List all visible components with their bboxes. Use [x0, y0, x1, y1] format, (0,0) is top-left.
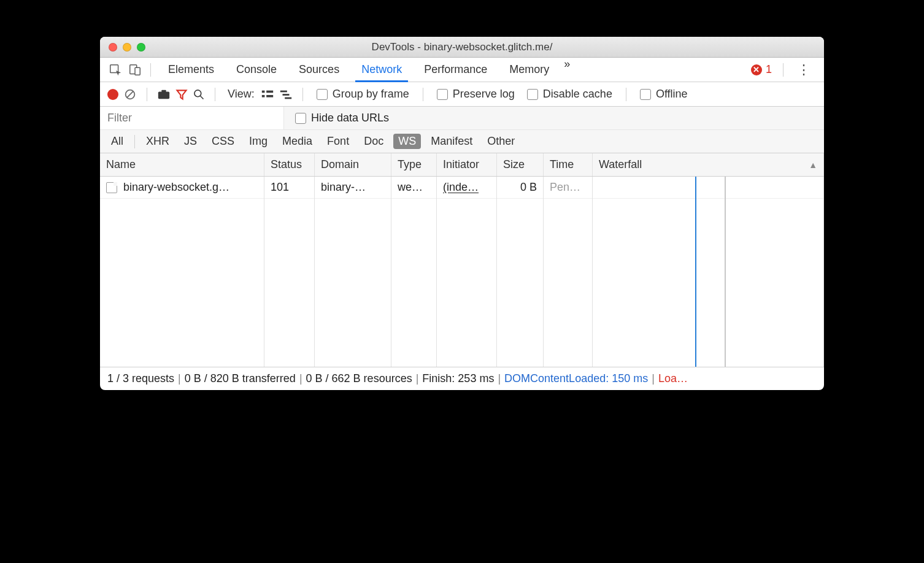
- col-name[interactable]: Name: [100, 153, 264, 176]
- tab-network[interactable]: Network: [350, 58, 413, 82]
- separator: [215, 88, 215, 101]
- view-label: View:: [228, 88, 255, 101]
- checkbox-icon: [640, 89, 651, 100]
- status-dcl: DOMContentLoaded: 150 ms: [504, 372, 648, 385]
- tab-elements[interactable]: Elements: [157, 58, 225, 82]
- cell-domain: binary-…: [315, 177, 391, 198]
- svg-rect-2: [135, 67, 140, 75]
- search-icon[interactable]: [193, 88, 205, 101]
- separator: |: [498, 372, 501, 385]
- close-window-button[interactable]: [109, 43, 117, 52]
- disable-cache-checkbox[interactable]: Disable cache: [523, 88, 616, 101]
- separator: |: [299, 372, 302, 385]
- cell-waterfall: [593, 177, 824, 198]
- status-resources: 0 B / 662 B resources: [306, 372, 412, 385]
- separator: [783, 63, 783, 77]
- status-finish: Finish: 253 ms: [422, 372, 494, 385]
- preserve-log-label: Preserve log: [453, 88, 515, 101]
- table-body[interactable]: binary-websocket.g… 101 binary-… we… (in…: [100, 177, 824, 367]
- separator: [423, 88, 423, 101]
- checkbox-icon: [527, 89, 538, 100]
- file-icon: [106, 182, 117, 193]
- checkbox-icon: [437, 89, 448, 100]
- type-all[interactable]: All: [106, 134, 128, 149]
- type-font[interactable]: Font: [322, 134, 354, 149]
- zoom-window-button[interactable]: [137, 43, 145, 52]
- tab-sources[interactable]: Sources: [288, 58, 350, 82]
- type-img[interactable]: Img: [244, 134, 272, 149]
- svg-rect-12: [266, 94, 273, 97]
- table-row[interactable]: binary-websocket.g… 101 binary-… we… (in…: [100, 177, 824, 199]
- col-status[interactable]: Status: [264, 153, 315, 176]
- separator: |: [652, 372, 655, 385]
- offline-label: Offline: [656, 88, 688, 101]
- window-title: DevTools - binary-websocket.glitch.me/: [100, 41, 824, 53]
- large-rows-icon[interactable]: [261, 89, 274, 100]
- col-domain[interactable]: Domain: [315, 153, 391, 176]
- cell-time: Pen…: [544, 177, 593, 198]
- record-button[interactable]: [107, 89, 118, 100]
- filter-icon[interactable]: [175, 88, 188, 101]
- type-other[interactable]: Other: [482, 134, 520, 149]
- waterfall-area: [593, 177, 824, 367]
- disable-cache-label: Disable cache: [543, 88, 612, 101]
- separator: |: [178, 372, 181, 385]
- initiator-link[interactable]: (inde…: [443, 181, 479, 194]
- col-type[interactable]: Type: [391, 153, 437, 176]
- main-tabs-row: Elements Console Sources Network Perform…: [100, 58, 824, 82]
- hide-data-urls-label: Hide data URLs: [311, 112, 389, 124]
- hide-data-urls-checkbox[interactable]: Hide data URLs: [291, 112, 393, 124]
- group-by-frame-label: Group by frame: [333, 88, 409, 101]
- type-css[interactable]: CSS: [207, 134, 239, 149]
- col-time[interactable]: Time: [544, 153, 593, 176]
- cell-status: 101: [264, 177, 315, 198]
- capture-screenshots-icon[interactable]: [157, 88, 171, 101]
- requests-table: Name Status Domain Type Initiator Size T…: [100, 153, 824, 367]
- svg-rect-6: [161, 90, 166, 92]
- titlebar: DevTools - binary-websocket.glitch.me/: [100, 37, 824, 58]
- tab-performance[interactable]: Performance: [413, 58, 498, 82]
- type-xhr[interactable]: XHR: [141, 134, 174, 149]
- type-js[interactable]: JS: [179, 134, 202, 149]
- group-by-frame-checkbox[interactable]: Group by frame: [313, 88, 413, 101]
- error-badge[interactable]: ✕ 1: [751, 63, 777, 76]
- error-count: 1: [766, 63, 772, 76]
- col-waterfall[interactable]: Waterfall ▲: [593, 153, 824, 176]
- type-manifest[interactable]: Manifest: [426, 134, 477, 149]
- col-initiator[interactable]: Initiator: [437, 153, 497, 176]
- sort-asc-icon: ▲: [805, 160, 817, 170]
- network-toolbar: View: Group by frame Preserve log Disabl…: [100, 82, 824, 107]
- svg-rect-5: [158, 91, 169, 99]
- tab-memory[interactable]: Memory: [498, 58, 560, 82]
- status-bar: 1 / 3 requests | 0 B / 820 B transferred…: [100, 367, 824, 390]
- filter-input[interactable]: [100, 107, 284, 129]
- svg-line-4: [127, 91, 133, 97]
- gridlines: [100, 177, 824, 367]
- col-size[interactable]: Size: [497, 153, 544, 176]
- type-doc[interactable]: Doc: [359, 134, 388, 149]
- more-tabs-chevron-icon[interactable]: »: [560, 58, 574, 82]
- separator: [626, 88, 626, 101]
- cell-initiator[interactable]: (inde…: [437, 177, 497, 198]
- svg-point-7: [194, 90, 201, 96]
- preserve-log-checkbox[interactable]: Preserve log: [433, 88, 518, 101]
- type-ws[interactable]: WS: [393, 134, 421, 149]
- device-toolbar-icon[interactable]: [126, 61, 144, 79]
- checkbox-icon: [295, 113, 306, 124]
- type-filters: All XHR JS CSS Img Media Font Doc WS Man…: [100, 130, 824, 153]
- checkbox-icon: [317, 89, 328, 100]
- type-media[interactable]: Media: [277, 134, 317, 149]
- separator: [150, 63, 151, 77]
- settings-kebab-icon[interactable]: ⋮: [790, 62, 818, 78]
- cell-size: 0 B: [497, 177, 544, 198]
- panel-tabs: Elements Console Sources Network Perform…: [157, 58, 574, 82]
- minimize-window-button[interactable]: [123, 43, 131, 52]
- cell-type: we…: [391, 177, 437, 198]
- svg-rect-13: [280, 90, 287, 92]
- offline-checkbox[interactable]: Offline: [636, 88, 691, 101]
- waterfall-view-icon[interactable]: [279, 89, 293, 100]
- tab-console[interactable]: Console: [225, 58, 288, 82]
- inspect-element-icon[interactable]: [106, 61, 125, 79]
- separator: [134, 135, 135, 148]
- clear-icon[interactable]: [123, 88, 137, 101]
